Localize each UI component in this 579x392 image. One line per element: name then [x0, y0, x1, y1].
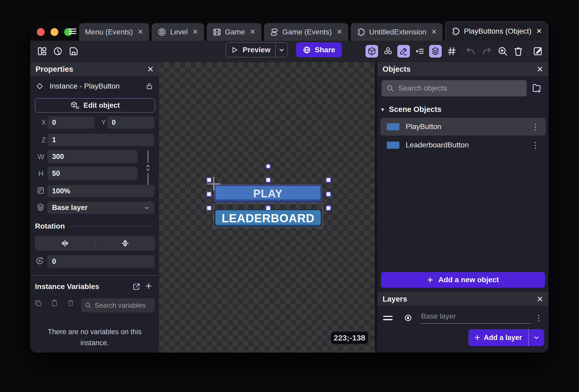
project-manager-icon[interactable]: [37, 46, 47, 56]
scene-objects-group[interactable]: ▾ Scene Objects: [381, 105, 441, 114]
toggle-properties-panel-button[interactable]: [397, 45, 410, 58]
project-manager-menu-icon[interactable]: [66, 27, 79, 36]
scene-editor-canvas[interactable]: PLAY LEADERBOARD 223;-138: [159, 62, 375, 353]
edit-object-label: Edit object: [83, 101, 120, 110]
tab-game[interactable]: Game ✕: [207, 23, 261, 41]
toggle-grid-button[interactable]: [445, 45, 458, 58]
playbutton-instance[interactable]: PLAY: [214, 185, 322, 202]
close-icon[interactable]: ✕: [430, 28, 437, 36]
flip-vertical-button[interactable]: [95, 239, 155, 248]
add-variable-icon[interactable]: +: [145, 280, 152, 292]
rotation-heading: Rotation: [35, 222, 65, 230]
x-label: X: [41, 118, 46, 127]
object-row-playbutton[interactable]: PlayButton ⋮: [380, 118, 546, 136]
instance-diamond-icon: [36, 82, 43, 90]
copy-icon[interactable]: [34, 299, 42, 307]
resize-handle-top-left[interactable]: [206, 177, 212, 183]
add-new-object-button[interactable]: + Add a new object: [381, 272, 545, 288]
redo-icon[interactable]: [481, 46, 492, 56]
preview-options-button[interactable]: [276, 43, 288, 57]
close-icon[interactable]: ✕: [147, 65, 154, 74]
close-icon[interactable]: ✕: [336, 28, 342, 36]
tab-level[interactable]: Level ✕: [152, 23, 204, 41]
open-variables-editor-icon[interactable]: [132, 282, 141, 291]
layers-icon: [431, 47, 440, 56]
layer-visibility-radio-icon[interactable]: [404, 314, 412, 322]
resize-handle-middle-left[interactable]: [206, 192, 212, 197]
preview-button[interactable]: Preview: [226, 43, 275, 57]
close-icon[interactable]: ✕: [249, 28, 256, 36]
flip-horizontal-button[interactable]: [35, 239, 95, 248]
x-input[interactable]: [47, 116, 95, 129]
resize-handle-top-right[interactable]: [326, 177, 331, 183]
layer-select[interactable]: Base layer: [47, 202, 154, 214]
resize-handle-bottom-center[interactable]: [266, 205, 271, 211]
edit-object-button[interactable]: Edit object: [35, 98, 155, 112]
save-icon[interactable]: [68, 46, 79, 56]
close-icon[interactable]: ✕: [535, 27, 542, 35]
rotation-input[interactable]: [47, 255, 155, 268]
tab-game-events[interactable]: Game (Events) ✕: [264, 23, 348, 41]
instance-title: Instance - PlayButton: [50, 82, 120, 90]
object-row-leaderboardbutton[interactable]: LeaderboardButton ⋮: [380, 136, 546, 154]
height-input[interactable]: [47, 167, 138, 180]
z-label: Z: [42, 136, 46, 144]
rotation-handle[interactable]: [266, 164, 271, 169]
history-icon[interactable]: [53, 46, 63, 56]
resize-handle-bottom-left[interactable]: [206, 205, 212, 211]
z-input[interactable]: [47, 134, 154, 146]
y-input[interactable]: [107, 116, 154, 129]
toggle-instances-list-button[interactable]: [414, 45, 426, 58]
delete-variable-icon[interactable]: [67, 299, 74, 307]
unlock-icon[interactable]: [145, 82, 153, 90]
opacity-icon: [37, 186, 45, 195]
minimize-window-button[interactable]: [50, 28, 58, 36]
close-icon[interactable]: ✕: [537, 295, 543, 304]
collapse-triangle-icon[interactable]: ▾: [381, 106, 384, 113]
toggle-render-view-button[interactable]: [365, 45, 378, 58]
zoom-in-icon[interactable]: [497, 46, 508, 56]
toggle-objects-panel-button[interactable]: [382, 45, 394, 58]
tab-bar: Menu (Events) ✕ Level ✕ Game ✕ Game (Eve…: [30, 21, 548, 41]
tab-untitled-extension[interactable]: UntitledExtension ✕: [351, 23, 443, 41]
layer-select-value: Base layer: [52, 204, 88, 212]
layer-row-base-layer[interactable]: Base layer ⋮: [377, 310, 548, 326]
tab-menu-events[interactable]: Menu (Events) ✕: [79, 23, 149, 41]
w-label: W: [38, 153, 44, 161]
tab-playbuttons-object[interactable]: PlayButtons (Object) ✕: [445, 21, 548, 41]
panel-title: Properties: [35, 65, 73, 74]
variables-search-input[interactable]: [95, 301, 151, 310]
opacity-input[interactable]: [47, 185, 154, 197]
content-area: Properties ✕ Instance - PlayButton Edit …: [30, 62, 548, 353]
resize-handle-middle-right[interactable]: [326, 192, 331, 197]
add-folder-icon[interactable]: [531, 83, 542, 93]
link-dimensions-icon[interactable]: [144, 164, 152, 172]
kebab-menu-icon[interactable]: ⋮: [531, 122, 539, 131]
tab-label: Game: [225, 28, 245, 36]
edit-properties-icon[interactable]: [532, 46, 543, 56]
close-icon[interactable]: ✕: [191, 28, 198, 36]
layer-name-field[interactable]: Base layer: [421, 312, 531, 324]
toggle-layers-panel-button[interactable]: [429, 45, 442, 58]
close-icon[interactable]: ✕: [537, 65, 543, 74]
leaderboardbutton-instance[interactable]: LEADERBOARD: [215, 210, 321, 227]
add-layer-options-button[interactable]: [529, 329, 544, 346]
paste-icon[interactable]: [51, 299, 58, 307]
close-window-button[interactable]: [37, 28, 45, 36]
resize-handle-top-center[interactable]: [266, 177, 271, 183]
kebab-menu-icon[interactable]: ⋮: [535, 313, 543, 323]
trash-icon[interactable]: [513, 46, 524, 56]
search-icon: [386, 84, 394, 92]
drag-handle-icon[interactable]: [383, 316, 393, 320]
close-icon[interactable]: ✕: [136, 28, 143, 36]
objects-search-input[interactable]: [398, 84, 522, 92]
search-icon: [85, 302, 92, 309]
resize-handle-bottom-right[interactable]: [326, 205, 331, 211]
object-thumbnail: [387, 142, 399, 149]
kebab-menu-icon[interactable]: ⋮: [531, 141, 539, 150]
share-button[interactable]: Share: [296, 42, 342, 57]
add-layer-button[interactable]: + Add a layer: [468, 329, 528, 346]
screenshot-root: Menu (Events) ✕ Level ✕ Game ✕ Game (Eve…: [0, 0, 579, 392]
width-input[interactable]: [47, 150, 138, 163]
undo-icon[interactable]: [465, 46, 476, 56]
